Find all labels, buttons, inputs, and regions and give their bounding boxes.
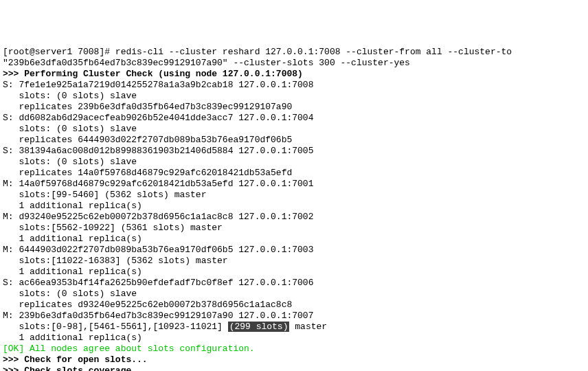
terminal-line: 1 additional replica(s)	[3, 234, 585, 245]
terminal-line: slots:[0-98],[5461-5561],[10923-11021] (…	[3, 322, 585, 333]
terminal-line: [root@server1 7008]# redis-cli --cluster…	[3, 47, 585, 58]
terminal-line: S: dd6082ab6d29acecfeab9026b52e4041dde3a…	[3, 113, 585, 124]
terminal-line: replicates d93240e95225c62eb00072b378d69…	[3, 300, 585, 311]
terminal-line: [OK] All nodes agree about slots configu…	[3, 344, 585, 355]
terminal-line: S: 381394a6ac008d012b89988361903b21406d5…	[3, 146, 585, 157]
terminal-line: slots: (0 slots) slave	[3, 124, 585, 135]
terminal-line: >>> Performing Cluster Check (using node…	[3, 69, 585, 80]
terminal-line: >>> Check for open slots...	[3, 355, 585, 366]
terminal-line: M: 239b6e3dfa0d35fb64ed7b3c839ec99129107…	[3, 311, 585, 322]
terminal-line: slots:[11022-16383] (5362 slots) master	[3, 256, 585, 267]
terminal-line: S: 7fe1e1e925a1a7219d014255278a1a3a9b2ca…	[3, 80, 585, 91]
terminal-line: 1 additional replica(s)	[3, 333, 585, 344]
terminal-output: [root@server1 7008]# redis-cli --cluster…	[3, 47, 585, 371]
terminal-line: replicates 14a0f59768d46879c929afc620184…	[3, 168, 585, 179]
terminal-line: slots: (0 slots) slave	[3, 91, 585, 102]
terminal-line: 1 additional replica(s)	[3, 267, 585, 278]
terminal-line: slots: (0 slots) slave	[3, 289, 585, 300]
terminal-line: replicates 6444903d022f2707db089ba53b76e…	[3, 135, 585, 146]
terminal-line: slots:[99-5460] (5362 slots) master	[3, 190, 585, 201]
terminal-line: 1 additional replica(s)	[3, 201, 585, 212]
terminal-line: replicates 239b6e3dfa0d35fb64ed7b3c839ec…	[3, 102, 585, 113]
terminal-line: M: 6444903d022f2707db089ba53b76ea9170df0…	[3, 245, 585, 256]
terminal-line: M: d93240e95225c62eb00072b378d6956c1a1ac…	[3, 212, 585, 223]
terminal-line: >>> Check slots coverage...	[3, 366, 585, 371]
terminal-line: slots:[5562-10922] (5361 slots) master	[3, 223, 585, 234]
terminal-line: "239b6e3dfa0d35fb64ed7b3c839ec99129107a9…	[3, 58, 585, 69]
terminal-line: slots: (0 slots) slave	[3, 157, 585, 168]
terminal-line: S: ac66ea9353b4f14fa2625b90efdefadf7bc0f…	[3, 278, 585, 289]
terminal-line: M: 14a0f59768d46879c929afc62018421db53a5…	[3, 179, 585, 190]
